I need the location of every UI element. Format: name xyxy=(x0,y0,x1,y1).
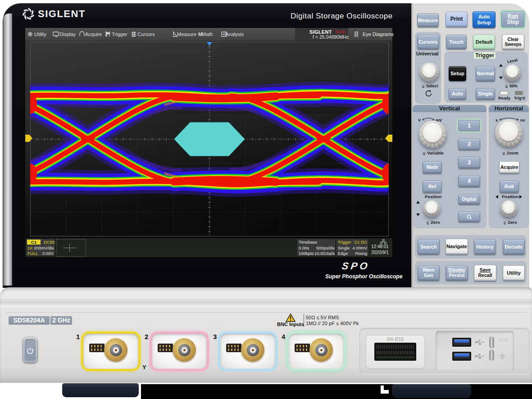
svg-text:SPO: SPO xyxy=(341,260,370,272)
